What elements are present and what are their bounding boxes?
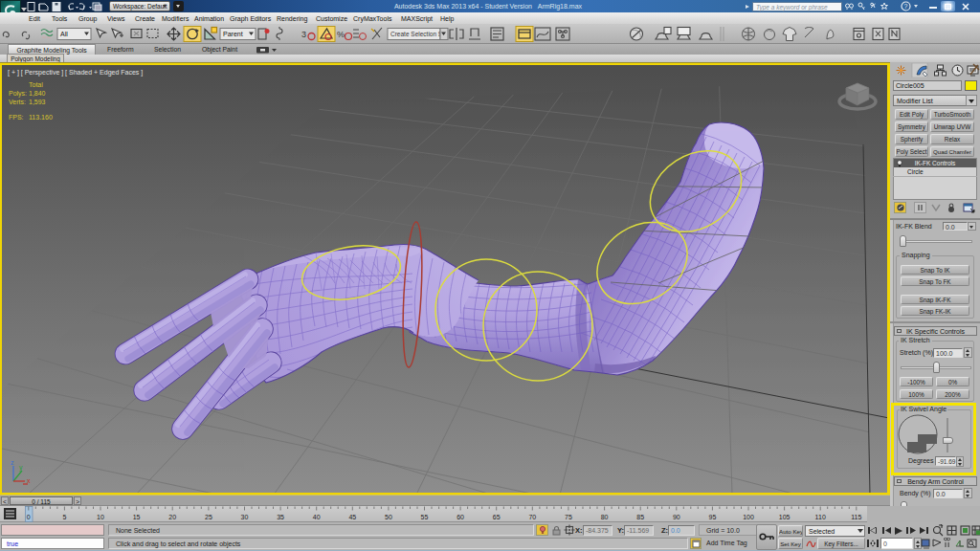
svg-text:FPS:: FPS:: [9, 114, 24, 121]
svg-text:5: 5: [62, 514, 66, 520]
svg-text:110: 110: [815, 514, 826, 520]
svg-text:Polys:: Polys:: [9, 90, 27, 98]
svg-text:30: 30: [241, 514, 249, 520]
svg-text:55: 55: [421, 514, 429, 520]
svg-text:85: 85: [636, 514, 644, 520]
svg-text:10: 10: [97, 514, 104, 520]
svg-text:40: 40: [313, 514, 321, 520]
svg-text:35: 35: [277, 514, 284, 520]
svg-text:90: 90: [673, 514, 680, 520]
svg-text:15: 15: [133, 514, 141, 520]
svg-text:%: %: [337, 30, 345, 39]
svg-text:100: 100: [743, 514, 754, 520]
svg-text:65: 65: [493, 514, 501, 520]
svg-text:1,593: 1,593: [29, 99, 46, 105]
svg-text:x: x: [27, 477, 31, 484]
svg-text:Verts:: Verts:: [9, 99, 26, 105]
svg-text:113.160: 113.160: [29, 114, 53, 121]
svg-text:?: ?: [904, 3, 908, 10]
svg-text:z: z: [11, 459, 14, 466]
svg-text:3: 3: [301, 30, 306, 39]
svg-text:Total: Total: [29, 81, 43, 88]
svg-text:80: 80: [601, 514, 609, 520]
svg-text:75: 75: [565, 514, 572, 520]
svg-text:0: 0: [27, 514, 31, 520]
svg-text:[ + ] [ Perspective ] [ Shaded: [ + ] [ Perspective ] [ Shaded + Edged F…: [8, 69, 143, 77]
svg-text:60: 60: [457, 514, 464, 520]
svg-text:45: 45: [348, 514, 356, 520]
svg-text:All: All: [60, 31, 68, 37]
svg-text:50: 50: [385, 514, 392, 520]
svg-text:1,840: 1,840: [29, 90, 46, 97]
svg-text:70: 70: [528, 514, 536, 520]
svg-text:105: 105: [779, 514, 791, 520]
svg-text:25: 25: [205, 514, 212, 520]
svg-text:95: 95: [709, 514, 717, 520]
svg-text:Parent: Parent: [223, 31, 243, 37]
svg-text:Create Selection Se: Create Selection Se: [390, 31, 446, 37]
svg-text:115: 115: [851, 514, 861, 520]
svg-text:y: y: [19, 464, 23, 472]
svg-text:20: 20: [168, 514, 176, 520]
